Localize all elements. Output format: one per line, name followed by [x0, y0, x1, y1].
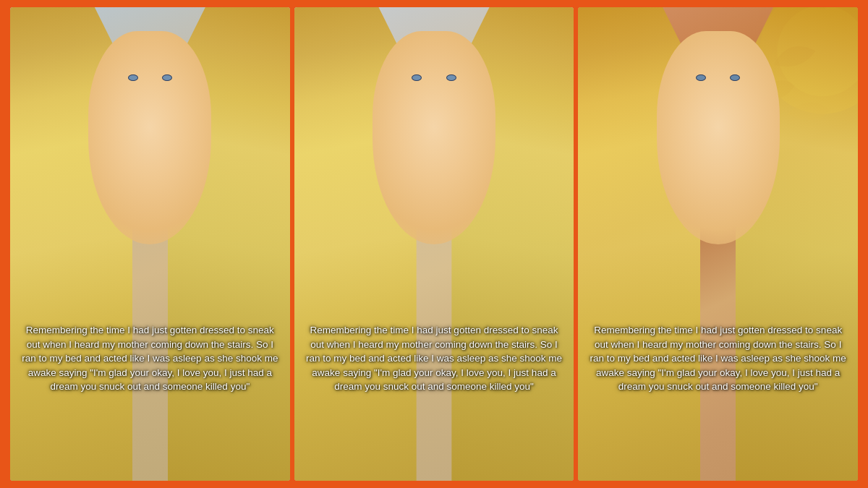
video-panel-2[interactable]: Remembering the time I had just gotten d… — [294, 7, 574, 481]
caption-3: Remembering the time I had just gotten d… — [587, 323, 849, 394]
video-panel-1[interactable]: Remembering the time I had just gotten d… — [10, 7, 290, 481]
main-container: Remembering the time I had just gotten d… — [0, 0, 868, 488]
caption-1: Remembering the time I had just gotten d… — [19, 323, 281, 394]
face-area-1 — [88, 31, 211, 244]
left-eye-1 — [128, 74, 138, 81]
face-area-3 — [657, 31, 780, 244]
eyes-2 — [412, 69, 456, 87]
face-area-2 — [373, 31, 495, 244]
video-panel-3[interactable]: Remembering the time I had just gotten d… — [578, 7, 858, 481]
eyes-3 — [696, 69, 740, 87]
left-eye-3 — [696, 74, 706, 81]
right-eye-2 — [446, 74, 456, 81]
left-eye-2 — [412, 74, 422, 81]
caption-2: Remembering the time I had just gotten d… — [303, 323, 566, 394]
right-eye-3 — [730, 74, 740, 81]
right-eye-1 — [162, 74, 172, 81]
eyes-1 — [128, 69, 172, 87]
